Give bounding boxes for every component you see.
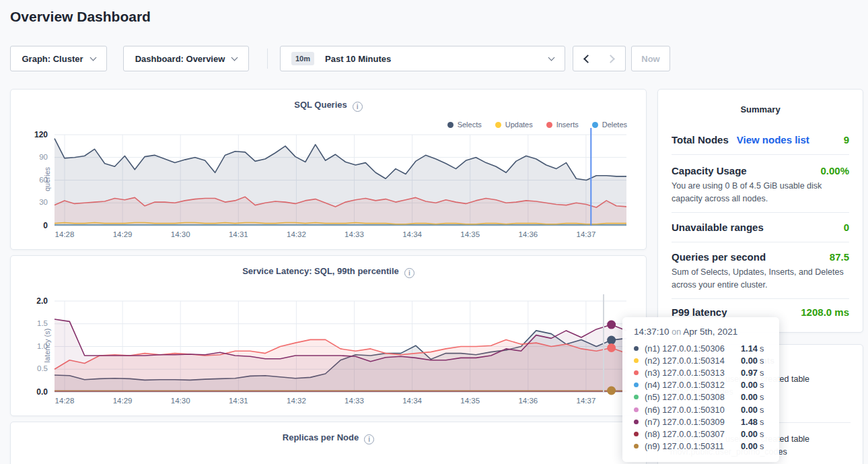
x-tick-label: 14:30: [159, 230, 202, 238]
node-latency-value: 0.00: [741, 380, 758, 390]
node-latency-unit: s: [760, 392, 764, 402]
y-tick-label: 0.0: [17, 387, 48, 397]
tooltip-timestamp: 14:37:10 on Apr 5th, 2021: [634, 327, 770, 337]
x-tick-label: 14:35: [449, 397, 492, 405]
summary-row-p99: P99 latency 1208.0 ms: [672, 306, 849, 318]
total-nodes-value: 9: [844, 134, 849, 145]
summary-title: Summary: [658, 104, 863, 114]
y-axis-label: latency (s): [43, 319, 51, 372]
tooltip-node-row: (n5) 127.0.0.1:503080.00s: [634, 391, 770, 403]
node-address: (n4) 127.0.0.1:50312: [645, 380, 741, 390]
x-tick-label: 14:28: [43, 230, 86, 238]
tooltip-time: 14:37:10: [634, 327, 670, 337]
page-title: Overview Dashboard: [10, 9, 151, 25]
x-tick-label: 14:30: [159, 397, 202, 405]
view-nodes-list-link[interactable]: View nodes list: [737, 134, 809, 145]
node-latency-unit: s: [760, 429, 764, 439]
toolbar-divider: [267, 48, 268, 69]
node-address: (n9) 127.0.0.1:50311: [645, 441, 741, 451]
node-latency-value: 0.00: [741, 356, 758, 366]
node-latency-value: 0.00: [741, 405, 758, 415]
service-latency-chart[interactable]: 0.00.51.01.52.014:2814:2914:3014:3114:32…: [11, 256, 647, 417]
tooltip-node-row: (n9) 127.0.0.1:503110.00s: [634, 440, 770, 453]
node-latency-unit: s: [760, 343, 764, 354]
x-tick-label: 14:36: [507, 397, 550, 405]
time-range-badge: 10m: [291, 52, 314, 65]
node-color-dot-icon: [634, 370, 639, 375]
qps-desc: Sum of Selects, Updates, Inserts, and De…: [672, 266, 849, 292]
x-tick-label: 14:35: [449, 230, 492, 238]
summary-row-unavailable-ranges: Unavailable ranges 0: [672, 222, 849, 233]
node-address: (n3) 127.0.0.1:50313: [645, 368, 741, 378]
y-axis-label: queries: [43, 152, 51, 206]
chevron-right-icon: [606, 55, 615, 63]
x-tick-label: 14:29: [101, 397, 144, 405]
graph-dropdown[interactable]: Graph: Cluster: [10, 46, 107, 71]
divider: [672, 154, 849, 155]
service-latency-panel: Service Latency: SQL, 99th percentilei 0…: [10, 255, 647, 416]
qps-value: 87.5: [830, 251, 849, 263]
tooltip-node-row: (n4) 127.0.0.1:503120.00s: [634, 379, 770, 391]
node-color-dot-icon: [634, 420, 639, 424]
node-color-dot-icon: [634, 383, 639, 387]
x-tick-label: 14:36: [507, 230, 550, 238]
sql-queries-panel: SQL Queriesi SelectsUpdatesInsertsDelete…: [10, 89, 647, 250]
summary-panel: Summary Total Nodes View nodes list 9 Ca…: [657, 89, 863, 333]
x-tick-label: 14:31: [217, 397, 260, 405]
node-latency-value: 0.00: [741, 441, 758, 451]
capacity-usage-label: Capacity Usage: [672, 165, 747, 176]
x-tick-label: 14:28: [43, 397, 86, 405]
node-latency-value: 0.00: [741, 392, 758, 402]
x-tick-label: 14:37: [565, 397, 608, 405]
x-tick-label: 14:32: [275, 230, 318, 238]
y-tick-label: 0: [17, 221, 48, 230]
node-color-dot-icon: [634, 346, 639, 351]
tooltip-node-row: (n8) 127.0.0.1:503070.00s: [634, 428, 770, 440]
time-range-dropdown[interactable]: 10m Past 10 Minutes: [280, 46, 565, 71]
node-address: (n7) 127.0.0.1:50309: [645, 417, 741, 427]
tooltip-node-row: (n3) 127.0.0.1:503130.97s: [634, 366, 770, 378]
chevron-down-icon: [89, 54, 96, 61]
node-latency-unit: s: [760, 356, 764, 366]
x-tick-label: 14:33: [333, 397, 376, 405]
replicas-per-node-title: Replicas per Nodei: [11, 432, 646, 444]
node-latency-unit: s: [760, 417, 764, 427]
node-latency-unit: s: [760, 405, 764, 415]
qps-label: Queries per second: [672, 251, 766, 263]
chevron-down-icon: [231, 54, 238, 61]
node-latency-unit: s: [760, 380, 764, 390]
node-address: (n1) 127.0.0.1:50306: [645, 343, 741, 354]
node-latency-value: 0.00: [741, 429, 758, 439]
unavailable-ranges-value: 0: [844, 222, 849, 233]
x-tick-label: 14:34: [391, 230, 434, 238]
replicas-per-node-panel: Replicas per Nodei: [10, 422, 647, 464]
tooltip-date: Apr 5th, 2021: [683, 327, 737, 337]
capacity-usage-value: 0.00%: [820, 165, 849, 176]
node-latency-value: 1.14: [741, 343, 758, 354]
node-color-dot-icon: [634, 444, 639, 449]
x-tick-label: 14:32: [275, 397, 318, 405]
divider: [672, 298, 849, 299]
tooltip-on-text: on: [672, 327, 681, 337]
time-next-button[interactable]: [599, 46, 626, 71]
node-latency-unit: s: [760, 368, 764, 378]
sql-queries-chart[interactable]: 030609012014:2814:2914:3014:3114:3214:33…: [11, 90, 647, 251]
chart-hover-tooltip: 14:37:10 on Apr 5th, 2021 (n1) 127.0.0.1…: [622, 317, 779, 462]
time-range-label: Past 10 Minutes: [325, 54, 391, 64]
now-button[interactable]: Now: [631, 46, 670, 71]
p99-latency-value: 1208.0 ms: [801, 306, 849, 318]
y-tick-label: 2.0: [17, 296, 48, 306]
node-color-dot-icon: [634, 432, 639, 436]
dashboard-dropdown[interactable]: Dashboard: Overview: [123, 46, 249, 71]
info-icon[interactable]: i: [364, 434, 374, 444]
node-latency-unit: s: [760, 441, 764, 451]
x-tick-label: 14:31: [217, 230, 260, 238]
node-address: (n2) 127.0.0.1:50314: [645, 356, 741, 366]
summary-row-capacity: Capacity Usage 0.00%: [672, 165, 849, 176]
chart-title-text: Replicas per Node: [283, 432, 359, 442]
node-address: (n8) 127.0.0.1:50307: [645, 429, 741, 439]
x-tick-label: 14:34: [391, 397, 434, 405]
x-tick-label: 14:37: [565, 230, 608, 238]
graph-dropdown-label: Graph: Cluster: [22, 54, 83, 64]
time-prev-button[interactable]: [573, 46, 600, 71]
